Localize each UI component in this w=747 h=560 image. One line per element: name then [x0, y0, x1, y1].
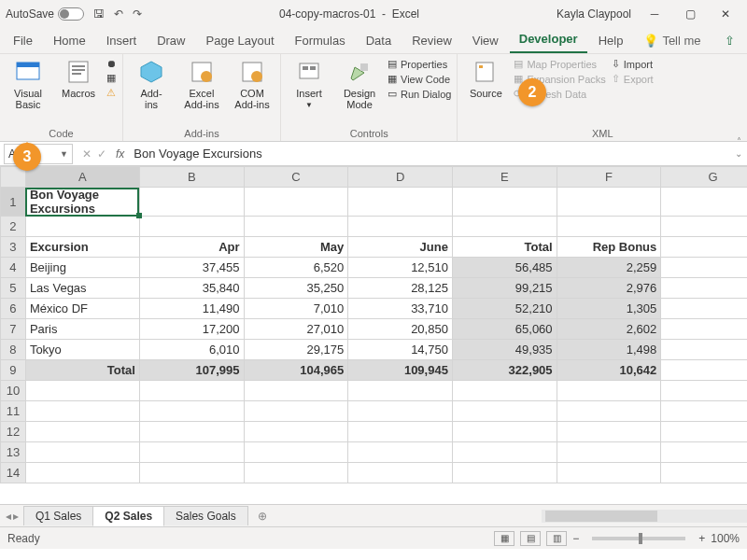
enter-icon: ✓: [97, 147, 106, 161]
minimize-button[interactable]: ─: [639, 4, 670, 24]
sheet-tab-goals[interactable]: Sales Goals: [163, 506, 248, 525]
zoom-level[interactable]: 100%: [711, 532, 740, 545]
visual-basic-icon: [14, 58, 42, 86]
zoom-slider[interactable]: [592, 537, 685, 540]
maximize-button[interactable]: ▢: [674, 4, 706, 24]
excel-addins-button[interactable]: Excel Add-ins: [179, 58, 224, 110]
col-header-d[interactable]: D: [348, 167, 453, 188]
cell-a1[interactable]: Bon Voyage Excursions: [25, 188, 139, 217]
tab-data[interactable]: Data: [357, 28, 401, 53]
tab-view[interactable]: View: [463, 28, 508, 53]
zoom-in-button[interactable]: +: [698, 532, 705, 545]
tab-help[interactable]: Help: [589, 28, 633, 53]
group-controls: Insert ▼ Design Mode ▤Properties ▦View C…: [281, 54, 458, 141]
properties-button[interactable]: ▤Properties: [388, 58, 451, 70]
callout-3: 3: [13, 143, 41, 171]
cell[interactable]: [139, 188, 244, 217]
row-header[interactable]: 4: [1, 258, 26, 278]
new-sheet-button[interactable]: ⊕: [248, 510, 276, 523]
quick-access-toolbar: 🖫 ↶ ↷: [93, 7, 142, 21]
svg-rect-2: [69, 62, 88, 82]
sheet-tab-q1[interactable]: Q1 Sales: [23, 506, 93, 525]
design-mode-button[interactable]: Design Mode: [337, 58, 382, 110]
sheet-nav-prev-icon[interactable]: ◂: [6, 510, 11, 523]
page-break-view-button[interactable]: ▥: [546, 531, 567, 546]
row-header[interactable]: 13: [1, 442, 26, 463]
tell-me[interactable]: 💡 Tell me: [634, 28, 710, 53]
chevron-down-icon: ▼: [305, 101, 313, 109]
excel-addins-icon: [188, 58, 216, 86]
col-header-g[interactable]: G: [661, 167, 747, 188]
col-header-f[interactable]: F: [557, 167, 661, 188]
row-header[interactable]: 9: [1, 360, 26, 381]
tab-insert[interactable]: Insert: [97, 28, 147, 53]
undo-icon[interactable]: ↶: [114, 7, 123, 21]
col-header-b[interactable]: B: [139, 167, 244, 188]
map-properties-button: ▤Map Properties: [514, 58, 605, 70]
col-header-a[interactable]: A: [25, 167, 139, 188]
row-header[interactable]: 8: [1, 340, 26, 360]
zoom-out-button[interactable]: −: [572, 532, 579, 545]
sheet-tabs: ◂ ▸ Q1 Sales Q2 Sales Sales Goals ⊕: [0, 504, 747, 526]
expand-formula-icon[interactable]: ⌄: [730, 148, 747, 159]
run-dialog-button[interactable]: ▭Run Dialog: [388, 88, 451, 100]
import-button[interactable]: ⇩Import: [612, 58, 654, 70]
svg-rect-13: [310, 66, 316, 70]
macro-security-icon[interactable]: ⚠: [106, 87, 117, 99]
row-header[interactable]: 10: [1, 381, 26, 401]
row-header[interactable]: 6: [1, 299, 26, 319]
row-header[interactable]: 11: [1, 401, 26, 422]
row-header[interactable]: 7: [1, 319, 26, 340]
tab-file[interactable]: File: [4, 28, 42, 53]
com-addins-button[interactable]: COM Add-ins: [230, 58, 275, 110]
export-button: ⇧Export: [612, 73, 654, 85]
sheet-tab-q2[interactable]: Q2 Sales: [92, 506, 164, 526]
autosave-toggle[interactable]: AutoSave: [6, 7, 84, 21]
row-header[interactable]: 14: [1, 463, 26, 483]
addins-button[interactable]: Add- ins: [129, 58, 174, 110]
row-header[interactable]: 12: [1, 422, 26, 442]
tab-review[interactable]: Review: [402, 28, 461, 53]
svg-rect-5: [72, 73, 81, 75]
macros-button[interactable]: Macros: [56, 58, 101, 99]
redo-icon[interactable]: ↷: [133, 7, 142, 21]
collapse-ribbon-icon[interactable]: ˄: [737, 136, 741, 147]
share-button[interactable]: ⇧: [715, 28, 743, 53]
tab-page-layout[interactable]: Page Layout: [197, 28, 284, 53]
fx-icon[interactable]: fx: [112, 147, 128, 161]
row-header[interactable]: 1: [1, 188, 26, 217]
use-relative-icon[interactable]: ▦: [106, 72, 117, 84]
insert-control-icon: [295, 58, 323, 86]
view-code-button[interactable]: ▦View Code: [388, 73, 451, 85]
col-header-c[interactable]: C: [244, 167, 348, 188]
chevron-down-icon[interactable]: ▼: [60, 149, 68, 159]
tab-home[interactable]: Home: [44, 28, 95, 53]
row-header[interactable]: 3: [1, 237, 26, 258]
svg-marker-6: [141, 62, 162, 82]
spreadsheet-grid[interactable]: A B C D E F G 1 Bon Voyage Excursions 2 …: [0, 166, 747, 504]
svg-rect-4: [72, 69, 85, 71]
tab-formulas[interactable]: Formulas: [286, 28, 355, 53]
source-button[interactable]: Source: [463, 58, 508, 99]
page-layout-view-button[interactable]: ▤: [520, 531, 541, 546]
row-header[interactable]: 5: [1, 278, 26, 299]
formula-input[interactable]: Bon Voyage Excursions: [128, 147, 730, 161]
save-icon[interactable]: 🖫: [93, 7, 105, 21]
close-button[interactable]: ✕: [710, 4, 741, 24]
design-mode-icon: [345, 58, 374, 86]
col-header-e[interactable]: E: [452, 167, 557, 188]
tab-developer[interactable]: Developer: [510, 26, 587, 53]
sheet-nav-next-icon[interactable]: ▸: [13, 510, 19, 523]
user-name[interactable]: Kayla Claypool: [557, 7, 631, 21]
source-icon: [472, 58, 500, 86]
toggle-off-icon[interactable]: [58, 7, 84, 21]
insert-control-button[interactable]: Insert ▼: [287, 58, 331, 109]
horizontal-scrollbar[interactable]: [542, 510, 747, 523]
properties-icon: ▤: [388, 58, 397, 70]
normal-view-button[interactable]: ▦: [494, 531, 514, 546]
tab-draw[interactable]: Draw: [148, 28, 194, 53]
visual-basic-button[interactable]: Visual Basic: [6, 58, 50, 110]
formula-bar: A1▼ ✕ ✓ fx Bon Voyage Excursions ⌄: [0, 142, 747, 166]
record-macro-icon[interactable]: ⏺: [106, 58, 117, 69]
row-header[interactable]: 2: [1, 217, 26, 237]
